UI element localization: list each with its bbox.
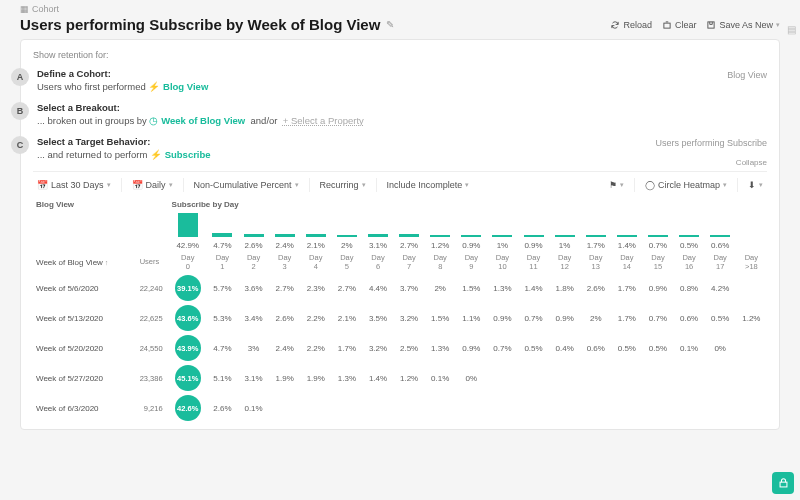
pct-cell: 3.2%: [362, 333, 393, 363]
pct-cell: 0.9%: [549, 303, 580, 333]
pct-cell: 1.3%: [331, 363, 362, 393]
pct-cell: 1.1%: [456, 303, 487, 333]
pct-cell: 5.3%: [207, 303, 238, 333]
pct-cell: 5.7%: [207, 273, 238, 303]
day0-pill: 45.1%: [175, 365, 201, 391]
table-row: Week of 5/20/202024,55043.9%4.7%3%2.4%2.…: [33, 333, 767, 363]
chevron-down-icon: ▾: [169, 181, 173, 189]
day-column-header: Day2: [238, 252, 269, 273]
granularity-picker[interactable]: 📅Daily▾: [128, 178, 177, 192]
column-summary-pct: 0.9%: [456, 239, 487, 252]
users-cell: 22,240: [130, 273, 168, 303]
day0-pill: 43.6%: [175, 305, 201, 331]
column-summary-pct: 1.2%: [425, 239, 456, 252]
pct-cell: 0%: [456, 363, 487, 393]
step-a-right: Blog View: [727, 70, 767, 80]
breakout-link[interactable]: Week of Blog View: [161, 115, 245, 126]
flag-button[interactable]: ⚑▾: [605, 178, 628, 192]
pct-cell: 1.4%: [518, 273, 549, 303]
pct-cell: 0.1%: [425, 363, 456, 393]
pct-cell: 1.5%: [425, 303, 456, 333]
spark-bar: [492, 235, 512, 237]
column-summary-pct: 0.6%: [705, 239, 736, 252]
day-column-header: Day4: [300, 252, 331, 273]
pct-cell: 3.6%: [238, 273, 269, 303]
day-column-header: Day17: [705, 252, 736, 273]
day-column-header: Day7: [394, 252, 425, 273]
spark-bar: [524, 235, 544, 237]
step-a-label: Define a Cohort:: [37, 68, 208, 79]
pct-cell: 0.4%: [549, 333, 580, 363]
row-label: Week of 5/6/2020: [33, 273, 130, 303]
chevron-down-icon: ▾: [759, 181, 763, 189]
column-summary-pct: 1.7%: [580, 239, 611, 252]
reload-button[interactable]: Reload: [610, 20, 652, 30]
step-c-right: Users performing Subscribe: [655, 138, 767, 148]
spark-bar: [586, 235, 606, 237]
spark-bar: [648, 235, 668, 237]
mode-picker[interactable]: Non-Cumulative Percent▾: [190, 178, 303, 192]
step-a-circle: A: [11, 68, 29, 86]
users-column-header: Users: [130, 252, 168, 273]
column-summary-pct: 3.1%: [362, 239, 393, 252]
pct-cell: 4.7%: [207, 333, 238, 363]
side-panel-icon[interactable]: ▤: [787, 24, 796, 35]
table-row: Week of 5/6/202022,24039.1%5.7%3.6%2.7%2…: [33, 273, 767, 303]
pct-cell: 0%: [705, 333, 736, 363]
pct-cell: 0.5%: [705, 303, 736, 333]
spark-bar: [461, 235, 481, 237]
column-summary-pct: 1%: [549, 239, 580, 252]
config-panel: Show retention for: A Define a Cohort: U…: [20, 39, 780, 430]
pct-cell: 1.3%: [487, 273, 518, 303]
flag-icon: ⚑: [609, 180, 617, 190]
add-property-link[interactable]: + Select a Property: [283, 115, 364, 126]
chart-type-picker[interactable]: ◯Circle Heatmap▾: [641, 178, 731, 192]
day-column-header: Day>18: [736, 252, 767, 273]
day0-pill: 43.9%: [175, 335, 201, 361]
chevron-down-icon: ▾: [107, 181, 111, 189]
step-c-label: Select a Target Behavior:: [37, 136, 211, 147]
step-b-circle: B: [11, 102, 29, 120]
step-b-label: Select a Breakout:: [37, 102, 364, 113]
cohort-event-link[interactable]: Blog View: [163, 81, 208, 92]
date-range-picker[interactable]: 📅Last 30 Days▾: [33, 178, 115, 192]
pct-cell: 2.6%: [580, 273, 611, 303]
row-label: Week of 5/13/2020: [33, 303, 130, 333]
spark-bar: [275, 234, 295, 237]
day-column-header: Day3: [269, 252, 300, 273]
pct-cell: 4.4%: [362, 273, 393, 303]
day-column-header: Day0: [169, 252, 207, 273]
chevron-down-icon: ▾: [465, 181, 469, 189]
row-label: Week of 5/27/2020: [33, 363, 130, 393]
spark-bar: [555, 235, 575, 237]
pct-cell: 1.8%: [549, 273, 580, 303]
pct-cell: 1.9%: [300, 363, 331, 393]
target-event-link[interactable]: Subscribe: [165, 149, 211, 160]
pct-cell: 0.6%: [674, 303, 705, 333]
day-column-header: Day12: [549, 252, 580, 273]
include-incomplete-picker[interactable]: Include Incomplete▾: [383, 178, 474, 192]
column-summary-pct: 1%: [487, 239, 518, 252]
pct-cell: 2.3%: [300, 273, 331, 303]
step-c-circle: C: [11, 136, 29, 154]
table-row: Week of 5/27/202023,38645.1%5.1%3.1%1.9%…: [33, 363, 767, 393]
row-label: Week of 6/3/2020: [33, 393, 130, 423]
day-column-header: Day16: [674, 252, 705, 273]
pct-cell: 43.9%: [169, 333, 207, 363]
week-column-header[interactable]: Week of Blog View: [33, 252, 130, 273]
row-label: Week of 5/20/2020: [33, 333, 130, 363]
pct-cell: 2%: [425, 273, 456, 303]
day-column-header: Day6: [362, 252, 393, 273]
pct-cell: 0.9%: [456, 333, 487, 363]
pct-cell: 1.9%: [269, 363, 300, 393]
pencil-icon[interactable]: ✎: [386, 19, 394, 30]
clear-button[interactable]: Clear: [662, 20, 697, 30]
save-as-new-button[interactable]: Save As New▾: [706, 20, 780, 30]
day-column-header: Day15: [642, 252, 673, 273]
download-button[interactable]: ⬇▾: [744, 178, 767, 192]
svg-rect-0: [664, 23, 670, 28]
svg-rect-2: [780, 482, 787, 487]
help-fab[interactable]: [772, 472, 794, 494]
column-summary-pct: 2.1%: [300, 239, 331, 252]
recurring-picker[interactable]: Recurring▾: [316, 178, 370, 192]
